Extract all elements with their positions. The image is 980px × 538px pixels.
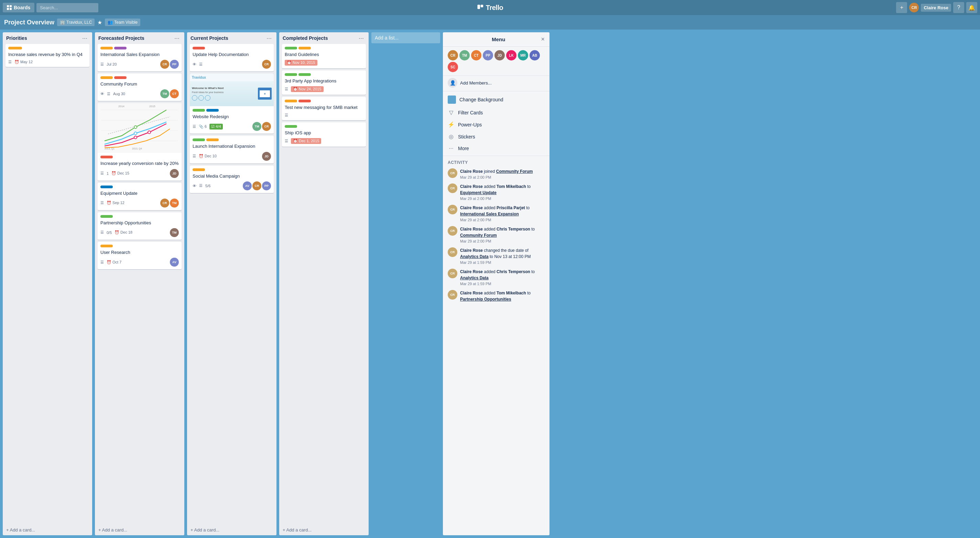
card-cp3[interactable]: Test new messaging for SMB market ☰	[282, 97, 366, 120]
card-avatars-c3: JD	[262, 152, 271, 161]
due-cp1: ⏰ Nov 10, 2015	[285, 60, 317, 66]
checklist-icon: ☰	[100, 201, 104, 205]
checklist-icon: ☰	[107, 92, 110, 96]
card-labels-cp2	[285, 73, 363, 76]
search-input[interactable]	[37, 3, 99, 13]
activity-text-2: Claire Rose added Tom Mikelbach to Equip…	[460, 184, 545, 196]
activity-avatar-1: CR	[448, 168, 457, 178]
activity-time-1: Mar 29 at 2:00 PM	[460, 175, 533, 179]
card-p1[interactable]: Increase sales revenue by 30% in Q4 ☰ ⏰ …	[5, 44, 89, 67]
label	[100, 76, 113, 79]
add-members-button[interactable]: 👤 Add Members...	[443, 76, 549, 90]
card-c1[interactable]: Update Help Documentation 👁 ☰ CR	[190, 44, 274, 71]
board-org: 🏢 Travidux, LLC	[57, 19, 95, 26]
avatar: CR	[262, 60, 271, 69]
label	[206, 138, 219, 141]
card-f2[interactable]: Community Forum 👁 ☰ Aug 30 TM CT	[98, 73, 181, 101]
svg-point-15	[148, 131, 151, 133]
checklist-icon: ☰	[192, 154, 196, 159]
card-title-f6: User Research	[100, 249, 179, 256]
board-header: Project Overview 🏢 Travidux, LLC ★ 👥 Tea…	[0, 15, 980, 30]
label	[100, 244, 113, 248]
card-f6[interactable]: User Research ☰ ⏰ Oct 7 AV	[98, 242, 181, 269]
add-card-current[interactable]: + Add a card...	[187, 525, 277, 535]
activity-text-4: Claire Rose added Chris Temperson to Com…	[460, 226, 545, 238]
activity-avatar-6: CR	[448, 269, 457, 278]
card-title-f3: Increase yearly conversion rate by 20%	[100, 160, 179, 167]
card-f5[interactable]: Partnership Opportunities ☰ 0/5 ⏰ Dec 18…	[98, 212, 181, 240]
card-title-c4: Social Media Campaign	[192, 173, 271, 179]
list-title-priorities: Priorities	[6, 35, 27, 41]
menu-item-stickers[interactable]: ◎ Stickers	[443, 130, 549, 143]
topnav-right: + CR Claire Rose ? 🔔	[896, 2, 977, 13]
card-labels-c4	[192, 168, 271, 171]
label	[114, 76, 127, 79]
due-f5: ⏰ Dec 18	[115, 230, 132, 235]
board-icon	[7, 5, 12, 10]
label	[206, 109, 219, 112]
menu-close-button[interactable]: ×	[541, 36, 545, 43]
card-c4[interactable]: Social Media Campaign 👁 ☰ 5/6 AV CR PP	[190, 166, 274, 193]
card-avatars-c4: AV CR PP	[243, 181, 271, 190]
card-meta-c4: 👁 ☰ 5/6 AV CR PP	[192, 181, 271, 190]
help-button[interactable]: ?	[953, 2, 964, 13]
list-menu-btn-priorities[interactable]: ···	[81, 35, 89, 41]
card-c3[interactable]: Launch International Expansion ☰ ⏰ Dec 1…	[190, 136, 274, 163]
boards-button[interactable]: Boards	[3, 3, 34, 13]
card-labels-f3	[100, 156, 179, 159]
add-card-completed[interactable]: + Add a card...	[279, 525, 369, 535]
card-cp1[interactable]: Brand Guidelines ⏰ Nov 10, 2015	[282, 44, 366, 68]
card-f4[interactable]: Equipment Update ☰ ⏰ Sep 12 CR TM	[98, 183, 181, 210]
avatar: PP	[170, 60, 179, 69]
member-avatar-9: SC	[448, 62, 458, 72]
menu-item-more[interactable]: ··· More	[443, 143, 549, 154]
card-avatars-f4: CR TM	[160, 198, 179, 208]
avatar: CR	[252, 181, 261, 190]
member-avatar-8: AB	[530, 50, 540, 60]
label	[285, 47, 297, 49]
add-card-priorities[interactable]: + Add a card...	[3, 525, 92, 535]
card-labels-f4	[100, 186, 179, 188]
user-menu-button[interactable]: Claire Rose	[921, 4, 951, 12]
count-f3: 1	[107, 171, 109, 176]
activity-item-7: CR Claire Rose added Tom Mikelbach to Pa…	[443, 288, 549, 305]
card-f3[interactable]: 2013, Q1 2013, Q4 2014 2015	[98, 103, 181, 180]
notifications-button[interactable]: 🔔	[966, 2, 977, 13]
activity-time-3: Mar 29 at 2:00 PM	[460, 218, 545, 222]
card-c2[interactable]: Travidux Welcome to What's Next Fresh Id…	[190, 73, 274, 133]
stickers-icon: ◎	[448, 133, 455, 140]
chart-area: 2013, Q1 2013, Q4 2014 2015	[98, 103, 181, 153]
card-title-f2: Community Forum	[100, 81, 179, 87]
checklist-icon: ☰	[199, 62, 202, 67]
list-menu-btn-forecasted[interactable]: ···	[173, 35, 181, 41]
card-title-cp3: Test new messaging for SMB market	[285, 105, 363, 111]
card-meta-p1: ☰ ⏰ May 12	[8, 60, 87, 64]
label	[299, 47, 311, 49]
due-cp4: ⏰ Dec 1, 2015	[291, 138, 321, 144]
list-menu-btn-current[interactable]: ···	[265, 35, 273, 41]
add-card-forecasted[interactable]: + Add a card...	[95, 525, 184, 535]
activity-avatar-3: CR	[448, 205, 457, 214]
member-avatar-6: LK	[506, 50, 517, 60]
card-f1[interactable]: International Sales Expansion ☰ Jul 20 C…	[98, 44, 181, 71]
card-cp4[interactable]: Ship iOS app ☰ ⏰ Dec 1, 2015	[282, 122, 366, 147]
menu-header: Menu ×	[443, 32, 549, 47]
board-visibility: 👥 Team Visible	[105, 19, 140, 26]
chart-svg: 2013, Q1 2013, Q4 2014 2015	[98, 103, 181, 153]
member-avatar-1: CR	[448, 50, 458, 60]
svg-point-13	[134, 132, 137, 135]
menu-item-filter[interactable]: ▽ Filter Cards	[443, 106, 549, 119]
list-menu-btn-completed[interactable]: ···	[357, 35, 365, 41]
list-title-completed: Completed Projects	[283, 35, 328, 41]
avatar: JD	[262, 152, 271, 161]
board-star[interactable]: ★	[97, 19, 102, 26]
activity-item-4: CR Claire Rose added Chris Temperson to …	[443, 224, 549, 245]
add-list-button[interactable]: Add a list...	[371, 32, 440, 43]
card-title-cp4: Ship iOS app	[285, 130, 363, 136]
list-cards-forecasted: International Sales Expansion ☰ Jul 20 C…	[95, 44, 184, 525]
menu-item-change-bg[interactable]: Change Background	[443, 93, 549, 106]
card-meta-c3: ☰ ⏰ Dec 10 JD	[192, 152, 271, 161]
menu-item-power-ups[interactable]: ⚡ Power-Ups	[443, 119, 549, 130]
card-cp2[interactable]: 3rd Party App Integrations ☰ ⏰ Nov 24, 2…	[282, 70, 366, 95]
add-button[interactable]: +	[896, 2, 907, 13]
